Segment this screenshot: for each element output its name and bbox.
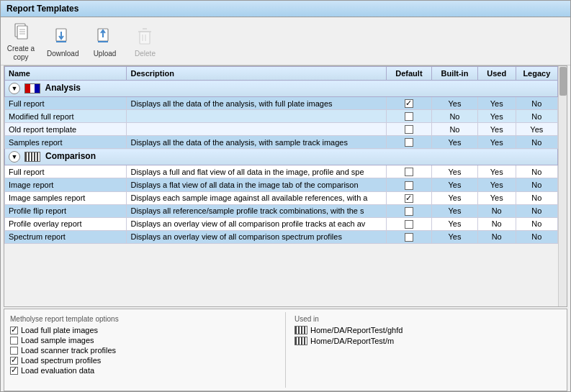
option-item[interactable]: Load full plate images [10, 326, 276, 334]
cell-default[interactable] [386, 217, 432, 230]
table-row[interactable]: Modified full reportNoYesNo [5, 110, 558, 123]
option-label: Load full plate images [21, 326, 98, 334]
option-item[interactable]: Load scanner track profiles [10, 346, 276, 355]
table-row[interactable]: Profile flip reportDisplays all referenc… [5, 204, 558, 217]
used-item-icon [295, 337, 307, 345]
option-item[interactable]: Load spectrum profiles [10, 356, 276, 365]
default-checkbox[interactable] [405, 181, 413, 190]
cell-default[interactable] [386, 230, 432, 243]
cell-builtin: Yes [432, 191, 478, 204]
cell-name: Profile overlay report [5, 217, 127, 230]
download-label: Download [47, 50, 78, 58]
option-label: Load spectrum profiles [21, 356, 101, 365]
used-item: Home/DA/ReportTest/m [295, 337, 561, 345]
cell-description: Displays an overlay view of all comparis… [127, 217, 386, 230]
option-item[interactable]: Load evaluation data [10, 366, 276, 375]
cell-default[interactable] [386, 191, 432, 204]
default-checkbox[interactable] [405, 233, 413, 242]
default-checkbox[interactable] [405, 99, 413, 108]
default-checkbox[interactable] [405, 125, 413, 134]
cell-description: Displays a flat view of all data in the … [127, 178, 386, 191]
table-scrollbar[interactable] [558, 66, 567, 306]
used-in-panel: Used in Home/DA/ReportTest/ghfd Home/DA/… [292, 312, 564, 388]
cell-used: No [477, 204, 516, 217]
table-row[interactable]: Full reportDisplays a full and flat view… [5, 165, 558, 178]
default-checkbox[interactable] [405, 168, 413, 176]
table-row[interactable]: Old report templateNoYesYes [5, 123, 558, 136]
cell-used: Yes [477, 123, 516, 136]
option-label: Load evaluation data [21, 366, 94, 375]
option-item[interactable]: Load sample images [10, 336, 276, 345]
collapse-analysis[interactable]: ▼ [9, 83, 20, 94]
collapse-comparison[interactable]: ▼ [9, 151, 20, 163]
scroll-thumb[interactable] [559, 67, 567, 96]
cell-default[interactable] [386, 165, 432, 178]
col-header-default: Default [386, 67, 432, 81]
col-header-description: Description [127, 67, 386, 81]
cell-builtin: Yes [432, 230, 478, 243]
svg-rect-1 [17, 26, 27, 39]
upload-button[interactable]: Upload [90, 25, 119, 58]
cell-used: No [477, 217, 516, 230]
used-item-path: Home/DA/ReportTest/ghfd [310, 326, 403, 334]
table-row[interactable]: Full reportDisplays all the data of the … [5, 97, 558, 110]
cell-name: Profile flip report [5, 204, 127, 217]
cell-name: Samples report [5, 136, 127, 149]
cell-legacy: No [516, 178, 557, 191]
col-header-legacy: Legacy [516, 67, 557, 81]
default-checkbox[interactable] [405, 220, 413, 229]
cell-name: Spectrum report [5, 230, 127, 243]
delete-label: Delete [135, 50, 156, 58]
cell-name: Old report template [5, 123, 127, 136]
upload-label: Upload [94, 50, 117, 58]
cell-used: No [477, 230, 516, 243]
delete-button[interactable]: Delete [130, 25, 159, 58]
svg-rect-11 [140, 32, 150, 44]
option-checkbox[interactable] [10, 367, 18, 375]
option-checkbox[interactable] [10, 347, 18, 355]
table-header: Name Description Default Built-in Used L… [5, 67, 558, 81]
table-row[interactable]: Profile overlay reportDisplays an overla… [5, 217, 558, 230]
cell-default[interactable] [386, 110, 432, 123]
panel-divider [285, 312, 286, 388]
create-copy-button[interactable]: Create acopy [6, 20, 35, 62]
default-checkbox[interactable] [405, 194, 413, 203]
cell-default[interactable] [386, 204, 432, 217]
table-row[interactable]: Samples reportDisplays all the data of t… [5, 136, 558, 149]
download-button[interactable]: Download [47, 25, 78, 58]
option-checkbox[interactable] [10, 357, 18, 365]
report-templates-window: Report Templates Create acopy [0, 0, 571, 392]
cell-description: Displays all the data of the analysis, w… [127, 97, 386, 110]
title-bar: Report Templates [1, 1, 570, 17]
option-checkbox[interactable] [10, 337, 18, 345]
cell-builtin: Yes [432, 217, 478, 230]
cell-name: Modified full report [5, 110, 127, 123]
default-checkbox[interactable] [405, 138, 413, 147]
group-header-comparison: ▼ Comparison [5, 149, 558, 165]
cell-legacy: No [516, 217, 557, 230]
used-in-title: Used in [295, 315, 561, 323]
cell-default[interactable] [386, 136, 432, 149]
cell-builtin: No [432, 123, 478, 136]
table-row[interactable]: Image samples reportDisplays each sample… [5, 191, 558, 204]
group-header-analysis: ▼ Analysis [5, 81, 558, 97]
default-checkbox[interactable] [405, 207, 413, 216]
used-item-icon [295, 326, 307, 334]
cell-used: Yes [477, 110, 516, 123]
cell-default[interactable] [386, 178, 432, 191]
option-checkbox[interactable] [10, 327, 18, 334]
used-item-path: Home/DA/ReportTest/m [310, 337, 394, 345]
cell-default[interactable] [386, 97, 432, 110]
metholyse-options-title: Metholyse report template options [10, 315, 276, 323]
create-copy-icon [9, 20, 32, 43]
window-title: Report Templates [6, 4, 78, 14]
table-row[interactable]: Image reportDisplays a flat view of all … [5, 178, 558, 191]
option-label: Load scanner track profiles [21, 346, 116, 355]
table-row[interactable]: Spectrum reportDisplays an overlay view … [5, 230, 558, 243]
cell-default[interactable] [386, 123, 432, 136]
default-checkbox[interactable] [405, 112, 413, 121]
comparison-group-icon [24, 152, 40, 162]
cell-description: Displays each sample image against all a… [127, 191, 386, 204]
cell-legacy: Yes [516, 123, 557, 136]
cell-used: Yes [477, 191, 516, 204]
